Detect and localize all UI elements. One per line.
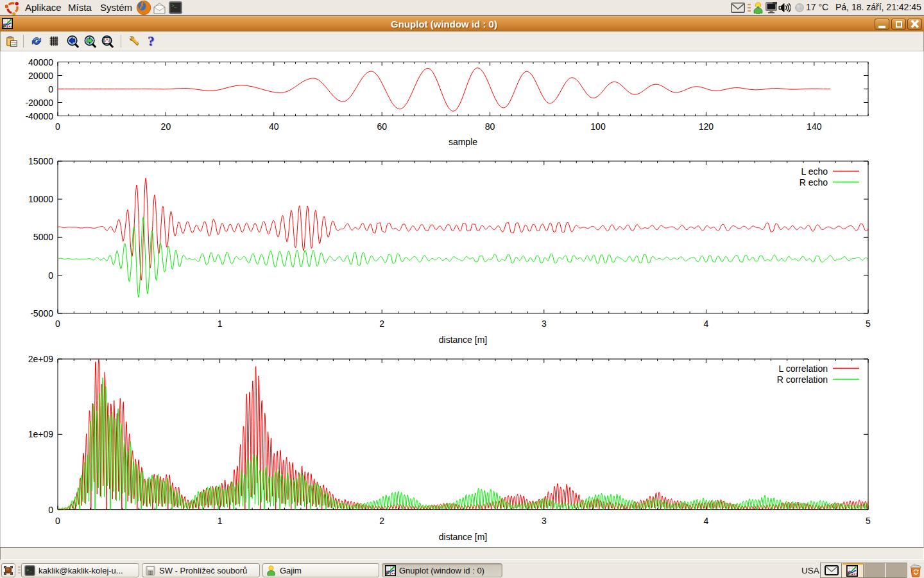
svg-text:-40000: -40000 — [25, 111, 53, 121]
svg-text:40000: 40000 — [28, 57, 53, 67]
svg-text:80: 80 — [485, 121, 495, 132]
svg-text:0: 0 — [48, 505, 53, 515]
svg-text:>_: >_ — [26, 568, 32, 573]
svg-text:140: 140 — [807, 121, 822, 132]
svg-text:60: 60 — [377, 121, 387, 132]
svg-text:2: 2 — [379, 319, 384, 329]
svg-text:5000: 5000 — [33, 232, 53, 242]
svg-text:4: 4 — [704, 319, 709, 329]
svg-text:-5000: -5000 — [30, 308, 53, 319]
svg-text:1: 1 — [218, 319, 223, 329]
svg-text:20: 20 — [161, 121, 171, 132]
svg-text:10000: 10000 — [28, 194, 53, 204]
svg-text:>_: >_ — [171, 3, 177, 8]
svg-text:L echo: L echo — [801, 166, 828, 177]
svg-text:2e+09: 2e+09 — [28, 354, 54, 364]
svg-text:1: 1 — [218, 516, 223, 526]
svg-text:0: 0 — [55, 121, 60, 132]
svg-text:3: 3 — [542, 319, 547, 329]
svg-text:20000: 20000 — [28, 71, 53, 81]
svg-text:15000: 15000 — [28, 156, 53, 166]
svg-text:3: 3 — [542, 516, 547, 526]
svg-text:40: 40 — [269, 121, 279, 132]
svg-text:distance [m]: distance [m] — [439, 532, 487, 542]
svg-text:R echo: R echo — [800, 177, 828, 188]
svg-text:100: 100 — [590, 121, 606, 132]
svg-text:L correlation: L correlation — [778, 363, 828, 374]
svg-text:0: 0 — [55, 516, 60, 526]
svg-text:R correlation: R correlation — [777, 374, 828, 385]
svg-text:2: 2 — [379, 516, 384, 526]
svg-text:-20000: -20000 — [25, 98, 53, 108]
svg-text:5: 5 — [866, 319, 871, 329]
svg-text:0: 0 — [48, 270, 53, 281]
svg-text:0: 0 — [55, 319, 60, 329]
svg-text:0: 0 — [48, 84, 53, 94]
svg-text:4: 4 — [704, 516, 709, 526]
svg-text:5: 5 — [866, 516, 871, 526]
svg-text:120: 120 — [699, 121, 714, 132]
svg-text:distance [m]: distance [m] — [439, 335, 487, 345]
svg-text:1e+09: 1e+09 — [28, 429, 54, 439]
svg-text:sample: sample — [449, 137, 477, 147]
